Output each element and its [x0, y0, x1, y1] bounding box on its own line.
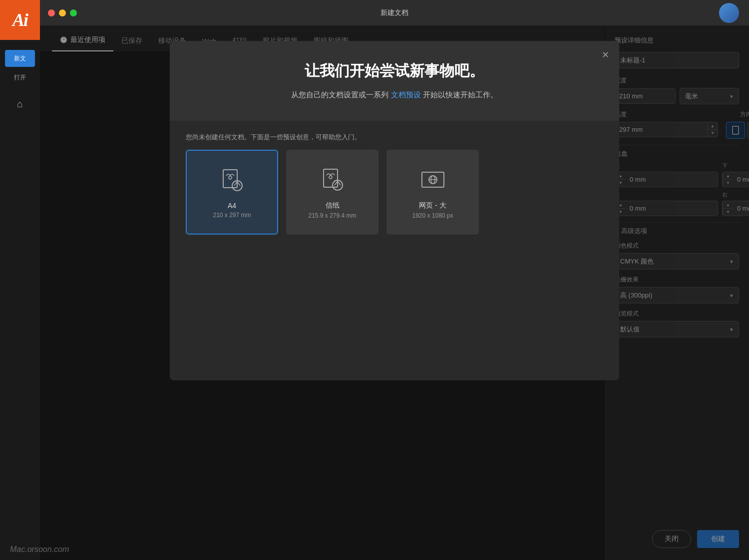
- app-sidebar: Ai 新文 打开 ⌂: [0, 0, 40, 560]
- template-web-icon: [418, 165, 448, 195]
- open-doc-button[interactable]: 打开: [5, 69, 35, 86]
- window-title: 新建文档: [380, 8, 408, 17]
- dialog-overlay: ✕ 让我们开始尝试新事物吧。 从您自己的文档设置或一系列 文档预设 开始以快速开…: [40, 26, 749, 560]
- template-web-large[interactable]: 网页 - 大 1920 x 1080 px: [386, 150, 479, 235]
- new-doc-dialog: ✕ 让我们开始尝试新事物吧。 从您自己的文档设置或一系列 文档预设 开始以快速开…: [170, 41, 619, 380]
- new-doc-button[interactable]: 新文: [5, 50, 35, 67]
- template-a4[interactable]: A4 210 x 297 mm: [186, 150, 278, 235]
- traffic-lights: [48, 9, 77, 16]
- maximize-button[interactable]: [70, 9, 77, 16]
- dialog-body: 您尚未创建任何文档。下面是一些预设创意，可帮助您入门。: [170, 121, 619, 381]
- titlebar: 新建文档: [40, 0, 749, 26]
- minimize-button[interactable]: [59, 9, 66, 16]
- svg-point-11: [329, 176, 332, 179]
- home-icon[interactable]: ⌂: [10, 94, 30, 114]
- template-web-size: 1920 x 1080 px: [412, 212, 453, 219]
- dialog-hero: 让我们开始尝试新事物吧。 从您自己的文档设置或一系列 文档预设 开始以快速开始工…: [170, 41, 619, 121]
- template-web-name: 网页 - 大: [419, 201, 446, 210]
- app-icon: Ai: [0, 0, 40, 40]
- template-letter[interactable]: 信纸 215.9 x 279.4 mm: [286, 150, 378, 235]
- main-content: 新建文档 🕐 最近使用项 已保存 移动设备 Web 打印 胶片和视频: [40, 0, 749, 560]
- hero-title: 让我们开始尝试新事物吧。: [200, 61, 589, 81]
- template-letter-size: 215.9 x 279.4 mm: [308, 212, 356, 219]
- template-a4-size: 210 x 297 mm: [213, 212, 251, 219]
- dialog-close-button[interactable]: ✕: [599, 49, 611, 61]
- template-letter-icon: [318, 165, 348, 195]
- watermark: Mac.orsoon.com: [10, 545, 69, 554]
- template-letter-name: 信纸: [326, 201, 340, 210]
- svg-point-6: [229, 176, 232, 179]
- templates-grid: A4 210 x 297 mm: [186, 150, 603, 235]
- templates-label: 您尚未创建任何文档。下面是一些预设创意，可帮助您入门。: [186, 133, 603, 142]
- hero-subtitle: 从您自己的文档设置或一系列 文档预设 开始以快速开始工作。: [200, 89, 589, 101]
- template-a4-icon: [217, 166, 247, 196]
- user-avatar[interactable]: [719, 3, 739, 23]
- close-button[interactable]: [48, 9, 55, 16]
- template-a4-name: A4: [228, 202, 236, 210]
- hero-link[interactable]: 文档预设: [391, 90, 421, 99]
